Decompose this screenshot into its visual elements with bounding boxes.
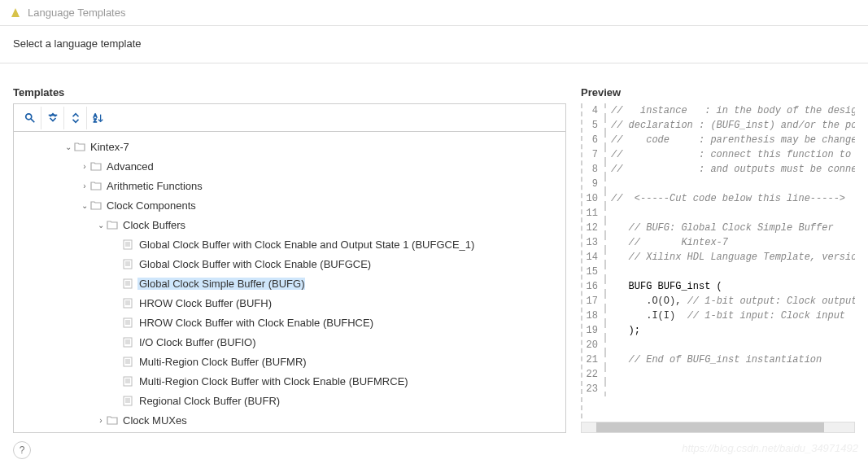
tree-item-label: HROW Clock Buffer with Clock Enable (BUF… [137,317,373,329]
tree-file[interactable]: HROW Clock Buffer (BUFH) [14,293,565,313]
folder-icon [90,200,105,210]
line-number: 13 [583,235,606,250]
tree-item-label: Clock Components [105,199,196,212]
tree-file[interactable]: Global Clock Buffer with Clock Enable (B… [14,254,565,274]
code-text: ); [606,323,640,338]
chevron-down-icon[interactable]: ⌄ [79,201,90,210]
templates-tree[interactable]: ⌄Kintex-7›Advanced›Arithmetic Functions⌄… [13,131,566,433]
tree-file[interactable]: Regional Clock Buffer (BUFR) [14,391,565,410]
instruction-text: Select a language template [0,26,868,63]
tree-folder[interactable]: ⌄Clock Components [14,195,565,215]
tree-folder[interactable]: ⌄Kintex-7 [14,137,565,156]
code-line: 9 [583,177,855,191]
tree-file[interactable]: I/O Clock Buffer (BUFIO) [14,332,565,352]
code-text: .I(I) // 1-bit input: Clock input [606,309,845,323]
line-number: 22 [583,367,606,382]
chevron-right-icon[interactable]: › [79,182,90,190]
code-line: 23 [583,382,855,396]
sort-icon[interactable]: AZ [87,107,110,129]
tree-file[interactable]: Multi-Region Clock Buffer (BUFMR) [14,352,565,371]
tree-file[interactable]: HROW Clock Buffer with Clock Enable (BUF… [14,313,565,332]
line-number: 21 [583,352,606,367]
code-line: 14 // Xilinx HDL Language Template, vers… [583,250,855,265]
code-line: 6// code : parenthesis may be changed to… [583,133,855,147]
line-number: 19 [583,323,606,338]
tree-file[interactable]: Global Clock Simple Buffer (BUFG) [14,274,565,293]
code-text: // <-----Cut code below this line-----> [606,191,845,206]
line-number: 11 [583,206,606,221]
file-icon [123,357,137,367]
chevron-right-icon[interactable]: › [79,162,90,171]
code-text: // instance : in the body of the design … [606,103,855,118]
line-number: 8 [583,162,606,177]
collapse-all-icon[interactable] [41,107,64,129]
folder-icon [90,161,105,171]
code-text: // declaration : (BUFG_inst) and/or the … [606,118,855,133]
horizontal-scrollbar[interactable] [581,422,855,433]
tree-folder[interactable]: ›Advanced [14,156,565,176]
app-icon [10,7,21,19]
tree-item-label: Multi-Region Clock Buffer (BUFMR) [137,356,307,368]
line-number: 14 [583,250,606,265]
tree-file[interactable]: Global Clock Buffer with Clock Enable an… [14,234,565,254]
code-line: 17 .O(O), // 1-bit output: Clock output [583,294,855,309]
code-text: .O(O), // 1-bit output: Clock output [606,294,855,309]
code-line: 11 [583,206,855,221]
preview-heading: Preview [581,86,855,98]
code-line: 8// : and outputs must be connected. [583,162,855,177]
expand-all-icon[interactable] [64,107,87,129]
file-icon [123,298,137,309]
line-number: 16 [583,279,606,294]
code-text [606,338,611,352]
line-number: 4 [583,103,606,118]
tree-folder[interactable]: ⌄Clock Buffers [14,215,565,234]
templates-toolbar: AZ [13,103,566,131]
code-line: 16 BUFG BUFG_inst ( [583,279,855,294]
chevron-down-icon[interactable]: ⌄ [95,221,107,230]
tree-item-label: HROW Clock Buffer (BUFH) [137,297,272,309]
code-line: 21 // End of BUFG_inst instantiation [583,352,855,367]
svg-point-0 [25,113,31,119]
folder-icon [90,181,105,190]
line-number: 18 [583,309,606,323]
chevron-right-icon[interactable]: › [95,416,107,425]
svg-text:Z: Z [94,117,97,123]
tree-file[interactable]: Multi-Region Clock Buffer with Clock Ena… [14,371,565,391]
code-text: // Xilinx HDL Language Template, version… [606,250,855,265]
tree-item-label: Clock Buffers [121,219,185,231]
code-text: // Kintex-7 [606,235,728,250]
tree-item-label: Regional Clock Buffer (BUFR) [137,395,280,407]
line-number: 6 [583,133,606,147]
file-icon [123,239,137,250]
tree-folder[interactable]: ›Clock MUXes [14,410,565,430]
code-text: // End of BUFG_inst instantiation [606,352,822,367]
tree-item-label: Advanced [105,160,154,173]
templates-heading: Templates [13,86,566,98]
code-text [606,382,611,396]
line-number: 10 [583,191,606,206]
file-icon [123,259,137,269]
line-number: 7 [583,147,606,162]
tree-folder[interactable]: ›Arithmetic Functions [14,176,565,195]
chevron-down-icon[interactable]: ⌄ [63,142,74,151]
code-line: 5// declaration : (BUFG_inst) and/or the… [583,118,855,133]
file-icon [123,317,137,328]
folder-icon [107,220,121,230]
code-text: // code : parenthesis may be changed to … [606,133,855,147]
code-text: // : connect this function to the design… [606,147,855,162]
help-button[interactable]: ? [13,441,31,459]
line-number: 20 [583,338,606,352]
code-line: 12 // BUFG: Global Clock Simple Buffer [583,221,855,235]
code-line: 13 // Kintex-7 [583,235,855,250]
code-text [606,206,611,221]
file-icon [123,376,137,387]
tree-item-label: Clock MUXes [121,414,187,427]
code-line: 4// instance : in the body of the design… [583,103,855,118]
code-text [606,265,611,279]
preview-code[interactable]: 4// instance : in the body of the design… [581,103,855,418]
tree-item-label: Multi-Region Clock Buffer with Clock Ena… [137,375,408,387]
code-text: // : and outputs must be connected. [606,162,855,177]
code-line: 7// : connect this function to the desig… [583,147,855,162]
search-icon[interactable] [19,107,41,129]
line-number: 12 [583,221,606,235]
